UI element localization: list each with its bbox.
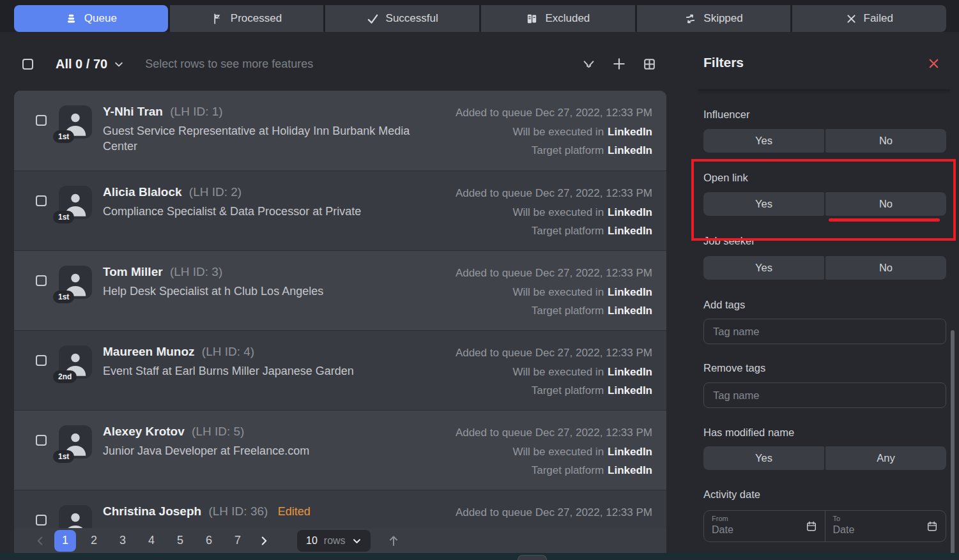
excluded-list-icon xyxy=(526,13,538,25)
next-page-icon[interactable] xyxy=(257,535,271,547)
row-checkbox[interactable] xyxy=(36,195,47,206)
row-text: Tom Miller (LH ID: 3) Help Desk Speciali… xyxy=(103,251,323,330)
person-title: Event Staff at Earl Burns Miller Japanes… xyxy=(103,363,354,379)
tab-excluded[interactable]: Excluded xyxy=(481,5,635,32)
add-tags-input[interactable] xyxy=(703,319,946,344)
rows-per-page-select[interactable]: 10 rows xyxy=(297,530,371,552)
activity-date-to-field[interactable]: To Date xyxy=(825,511,946,541)
row-meta: Added to queue Dec 27, 2022, 12:33 PM Wi… xyxy=(456,91,666,170)
executed-in-label: Will be executed in xyxy=(512,286,604,298)
influencer-yes-button[interactable]: Yes xyxy=(703,129,824,153)
divider xyxy=(698,89,950,91)
calendar-icon[interactable] xyxy=(926,520,938,532)
rows-per-page-value: 10 xyxy=(306,535,318,547)
executed-platform: LinkedIn xyxy=(608,446,652,458)
page-button-3[interactable]: 3 xyxy=(112,530,134,552)
selection-count: All 0 / 70 xyxy=(56,57,107,72)
tab-successful[interactable]: Successful xyxy=(325,5,479,32)
select-all-checkbox[interactable] xyxy=(22,59,33,70)
connection-degree-badge: 1st xyxy=(53,130,74,143)
row-checkbox[interactable] xyxy=(36,515,47,526)
influencer-no-button[interactable]: No xyxy=(825,129,946,153)
scroll-to-top-icon[interactable] xyxy=(387,534,400,547)
influencer-label: Influencer xyxy=(703,109,946,121)
has-modified-name-label: Has modified name xyxy=(703,427,946,439)
edited-badge: Edited xyxy=(278,505,311,518)
page-button-6[interactable]: 6 xyxy=(198,530,220,552)
has-modified-name-yes-button[interactable]: Yes xyxy=(703,446,824,470)
tab-processed[interactable]: Processed xyxy=(170,5,324,32)
added-to-queue: Added to queue Dec 27, 2022, 12:33 PM xyxy=(456,184,652,203)
avatar: 2nd xyxy=(59,345,92,379)
target-platform-label: Target platform xyxy=(532,384,604,397)
row-text: Alicia Blalock (LH ID: 2) Compliance Spe… xyxy=(103,171,361,250)
open-link-yes-button[interactable]: Yes xyxy=(703,192,824,216)
list-item[interactable]: 1st Tom Miller (LH ID: 3) Help Desk Spec… xyxy=(14,250,666,330)
added-to-queue: Added to queue Dec 27, 2022, 12:33 PM xyxy=(456,503,652,522)
person-name: Alicia Blalock xyxy=(103,185,182,199)
connection-degree-badge: 1st xyxy=(53,291,74,303)
target-platform: LinkedIn xyxy=(608,144,652,156)
job-seeker-label: Job seeker xyxy=(703,235,946,247)
person-title: Junior Java Developer at Freelance.com xyxy=(103,443,309,458)
page-button-5[interactable]: 5 xyxy=(169,530,191,552)
row-checkbox[interactable] xyxy=(36,355,47,366)
calendar-icon[interactable] xyxy=(806,520,817,532)
row-checkbox[interactable] xyxy=(36,435,47,446)
added-to-queue: Added to queue Dec 27, 2022, 12:33 PM xyxy=(456,344,652,363)
page-button-4[interactable]: 4 xyxy=(141,530,162,552)
columns-grid-icon[interactable] xyxy=(643,57,656,71)
list-item[interactable]: 1st Alicia Blalock (LH ID: 2) Compliance… xyxy=(14,170,666,250)
executed-in-label: Will be executed in xyxy=(512,366,604,378)
row-checkbox[interactable] xyxy=(36,275,47,286)
list-toolbar: All 0 / 70 Select rows to see more featu… xyxy=(14,45,666,83)
tab-queue[interactable]: Queue xyxy=(14,5,168,32)
add-tags-label: Add tags xyxy=(703,299,946,311)
tab-label: Processed xyxy=(231,12,282,25)
job-seeker-no-button[interactable]: No xyxy=(825,256,946,280)
has-modified-name-toggle: Yes Any xyxy=(703,446,946,470)
executed-in-label: Will be executed in xyxy=(512,446,604,458)
add-icon[interactable] xyxy=(612,57,626,71)
collapse-rows-icon[interactable] xyxy=(582,57,595,71)
tab-label: Skipped xyxy=(703,12,742,25)
filters-scrollbar[interactable] xyxy=(951,330,955,555)
row-checkbox[interactable] xyxy=(36,115,47,126)
avatar: 1st xyxy=(59,266,92,299)
person-lh-id: (LH ID: 2) xyxy=(189,185,242,199)
list-item[interactable]: 1st Alexey Krotov (LH ID: 5) Junior Java… xyxy=(14,410,666,490)
target-platform: LinkedIn xyxy=(608,464,652,476)
target-platform: LinkedIn xyxy=(608,384,652,397)
status-tabbar: Queue Processed Successful Excluded Skip… xyxy=(14,5,946,32)
executed-in-label: Will be executed in xyxy=(512,126,604,138)
tab-failed[interactable]: Failed xyxy=(792,5,946,32)
page-button-1[interactable]: 1 xyxy=(54,530,76,552)
executed-platform: LinkedIn xyxy=(608,366,652,378)
list-item[interactable]: 1st Y-Nhi Tran (LH ID: 1) Guest Service … xyxy=(14,91,666,170)
remove-tags-input[interactable] xyxy=(703,382,946,408)
close-icon[interactable] xyxy=(928,57,940,70)
executed-platform: LinkedIn xyxy=(608,286,652,298)
prev-page-icon[interactable] xyxy=(33,535,47,547)
activity-date-from-field[interactable]: From Date xyxy=(704,511,825,541)
list-item[interactable]: 2nd Maureen Munoz (LH ID: 4) Event Staff… xyxy=(14,330,666,410)
page-button-7[interactable]: 7 xyxy=(227,530,249,552)
page-button-2[interactable]: 2 xyxy=(83,530,105,552)
queue-icon xyxy=(65,13,77,25)
executed-platform: LinkedIn xyxy=(608,206,652,218)
avatar: 1st xyxy=(59,425,92,458)
person-lh-id: (LH ID: 3) xyxy=(170,265,222,278)
toolbar-actions xyxy=(582,57,656,71)
tab-label: Excluded xyxy=(545,12,590,25)
tab-label: Failed xyxy=(864,12,893,25)
job-seeker-yes-button[interactable]: Yes xyxy=(703,256,824,280)
connection-degree-badge: 1st xyxy=(53,450,74,463)
tab-skipped[interactable]: Skipped xyxy=(637,5,791,32)
open-link-no-button[interactable]: No xyxy=(825,192,946,216)
person-title: Help Desk Specialist at h Club Los Angel… xyxy=(103,284,323,299)
selection-dropdown[interactable]: All 0 / 70 xyxy=(56,57,124,72)
has-modified-name-any-button[interactable]: Any xyxy=(825,446,946,470)
person-lh-id: (LH ID: 4) xyxy=(202,345,254,358)
tab-label: Successful xyxy=(386,12,438,25)
target-platform-label: Target platform xyxy=(532,305,604,317)
